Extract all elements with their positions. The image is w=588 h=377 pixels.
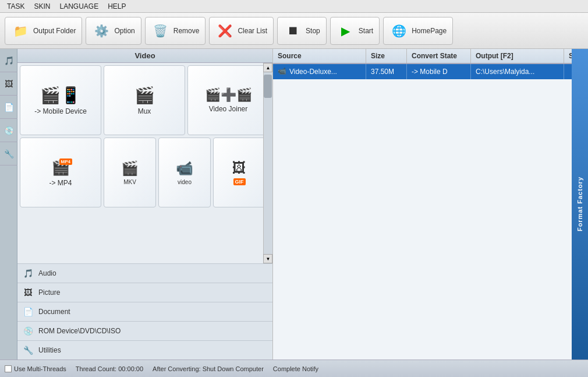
- output-folder-button[interactable]: 📁 Output Folder: [5, 17, 82, 45]
- option-button[interactable]: ⚙️ Option: [86, 17, 141, 45]
- td-convert-state: -> Mobile D: [407, 64, 471, 79]
- option-label: Option: [114, 27, 134, 35]
- homepage-label: HomePage: [412, 27, 447, 35]
- utilities-label: Utilities: [38, 346, 61, 354]
- scroll-thumb[interactable]: [264, 75, 272, 98]
- grid-item-mux[interactable]: 🎬 Mux: [104, 65, 185, 135]
- option-icon: ⚙️: [92, 22, 111, 40]
- mux-label: Mux: [138, 107, 151, 115]
- start-label: Start: [359, 27, 373, 35]
- homepage-button[interactable]: 🌐 HomePage: [383, 17, 453, 45]
- output-folder-label: Output Folder: [33, 27, 76, 35]
- sidebar-nav: 🎵 🖼 📄 💿 🔧: [0, 49, 17, 360]
- after-label: After Converting: Shut Down Computer: [153, 365, 264, 372]
- td-output: C:\Users\Malyida...: [471, 64, 564, 79]
- sidebar-icon-music[interactable]: 🎵: [0, 49, 17, 72]
- mobile-icon: 🎬📱: [40, 86, 81, 105]
- grid-item-joiner[interactable]: 🎬➕🎬 Video Joiner: [187, 65, 269, 135]
- panel-header: Video: [17, 49, 272, 63]
- th-output: Output [F2]: [471, 49, 564, 63]
- table-header: Source Size Convert State Output [F2] Si…: [273, 49, 588, 64]
- video2-label: video: [178, 179, 192, 185]
- mp4-icon: 🎬 MP4: [51, 158, 70, 177]
- nav-item-rom[interactable]: 💿 ROM Device\DVD\CD\ISO: [17, 321, 272, 340]
- left-panel: Video 🎬📱 -> Mobile Device 🎬 Mux 🎬➕🎬: [17, 49, 273, 360]
- home-icon: 🌐: [389, 22, 408, 40]
- scroll-up-arrow[interactable]: ▲: [263, 63, 272, 72]
- folder-icon: 📁: [11, 22, 30, 40]
- nav-item-document[interactable]: 📄 Document: [17, 302, 272, 321]
- remove-button[interactable]: 🗑️ Remove: [145, 17, 206, 45]
- clear-list-icon: ❌: [215, 22, 234, 40]
- stop-icon: ⏹: [284, 22, 302, 40]
- clear-list-label: Clear List: [238, 27, 267, 35]
- sidebar-icon-document[interactable]: 📄: [0, 96, 17, 119]
- mp4-label: -> MP4: [49, 179, 72, 187]
- start-button[interactable]: ▶ Start: [330, 17, 380, 45]
- gif-icon: 🖼: [232, 160, 246, 176]
- rom-label: ROM Device\DVD\CD\ISO: [38, 327, 121, 335]
- vertical-scrollbar[interactable]: ▲ ▼: [263, 63, 272, 263]
- joiner-label: Video Joiner: [209, 105, 248, 113]
- scroll-down-arrow[interactable]: ▼: [263, 254, 272, 263]
- rom-icon: 💿: [22, 325, 34, 337]
- nav-item-picture[interactable]: 🖼 Picture: [17, 283, 272, 302]
- nav-items: 🎵 Audio 🖼 Picture 📄 Document 💿 ROM Devic…: [17, 263, 272, 360]
- grid-item-mkv[interactable]: 🎬 MKV: [104, 138, 156, 207]
- grid-item-mobile[interactable]: 🎬📱 -> Mobile Device: [20, 65, 101, 135]
- menu-language[interactable]: LANGUAGE: [55, 1, 103, 12]
- complete-label: Complete Notify: [273, 365, 318, 372]
- utilities-icon: 🔧: [22, 344, 34, 356]
- nav-item-utilities[interactable]: 🔧 Utilities: [17, 340, 272, 360]
- grid-item-gif[interactable]: 🖼 GIF: [213, 138, 265, 207]
- remove-icon: 🗑️: [151, 22, 170, 40]
- document-label: Document: [38, 308, 70, 316]
- toolbar: 📁 Output Folder ⚙️ Option 🗑️ Remove ❌ Cl…: [0, 13, 588, 49]
- ff-label: Format Factory: [576, 177, 583, 231]
- use-multi-threads-checkbox[interactable]: [5, 365, 12, 372]
- document-icon: 📄: [22, 306, 34, 318]
- menubar: TASK SKIN LANGUAGE HELP: [0, 0, 588, 13]
- status-item-after: After Converting: Shut Down Computer: [153, 365, 264, 372]
- td-size: 37.50M: [366, 64, 407, 79]
- sidebar-icon-disc[interactable]: 💿: [0, 119, 17, 142]
- menu-skin[interactable]: SKIN: [29, 1, 55, 12]
- thread-count-label: Thread Count: 00:00:00: [76, 365, 143, 372]
- start-icon: ▶: [336, 22, 355, 40]
- grid-area: 🎬📱 -> Mobile Device 🎬 Mux 🎬➕🎬 Video Join…: [17, 63, 272, 210]
- remove-label: Remove: [173, 27, 200, 35]
- grid-item-video2[interactable]: 📹 video: [158, 138, 211, 207]
- menu-task[interactable]: TASK: [2, 1, 29, 12]
- file-icon: 📹: [278, 67, 287, 76]
- status-item-threads: Use Multi-Threads: [5, 365, 66, 372]
- use-multi-threads-label: Use Multi-Threads: [14, 365, 66, 372]
- th-convert-state: Convert State: [407, 49, 471, 63]
- nav-item-audio[interactable]: 🎵 Audio: [17, 263, 272, 283]
- status-item-thread-count: Thread Count: 00:00:00: [76, 365, 143, 372]
- ff-band: Format Factory: [572, 49, 588, 360]
- gif-badge: GIF: [233, 178, 246, 185]
- clear-list-button[interactable]: ❌ Clear List: [209, 17, 274, 45]
- picture-label: Picture: [38, 288, 60, 297]
- th-source: Source: [273, 49, 366, 63]
- sidebar-icon-picture[interactable]: 🖼: [0, 72, 17, 96]
- mobile-label: -> Mobile Device: [34, 107, 87, 115]
- grid-item-mp4[interactable]: 🎬 MP4 -> MP4: [20, 138, 101, 207]
- main-layout: 🎵 🖼 📄 💿 🔧 Video 🎬📱 -> Mobile Device 🎬 Mu…: [0, 49, 588, 360]
- sidebar-icon-tools[interactable]: 🔧: [0, 142, 17, 165]
- status-bar: Use Multi-Threads Thread Count: 00:00:00…: [0, 360, 588, 377]
- mkv-label: MKV: [123, 179, 136, 185]
- picture-icon: 🖼: [22, 287, 34, 298]
- table-row[interactable]: 📹 Video-Deluxe... 37.50M -> Mobile D C:\…: [273, 64, 588, 79]
- status-item-complete: Complete Notify: [273, 365, 318, 372]
- mux-icon: 🎬: [134, 86, 155, 105]
- menu-help[interactable]: HELP: [103, 1, 130, 12]
- mkv-icon: 🎬: [121, 160, 139, 177]
- audio-label: Audio: [38, 269, 56, 277]
- td-source: 📹 Video-Deluxe...: [273, 64, 366, 79]
- grid-wrapper: 🎬📱 -> Mobile Device 🎬 Mux 🎬➕🎬 Video Join…: [17, 63, 272, 263]
- audio-icon: 🎵: [22, 267, 34, 279]
- stop-label: Stop: [306, 27, 320, 35]
- joiner-icon: 🎬➕🎬: [205, 87, 252, 103]
- stop-button[interactable]: ⏹ Stop: [277, 17, 327, 45]
